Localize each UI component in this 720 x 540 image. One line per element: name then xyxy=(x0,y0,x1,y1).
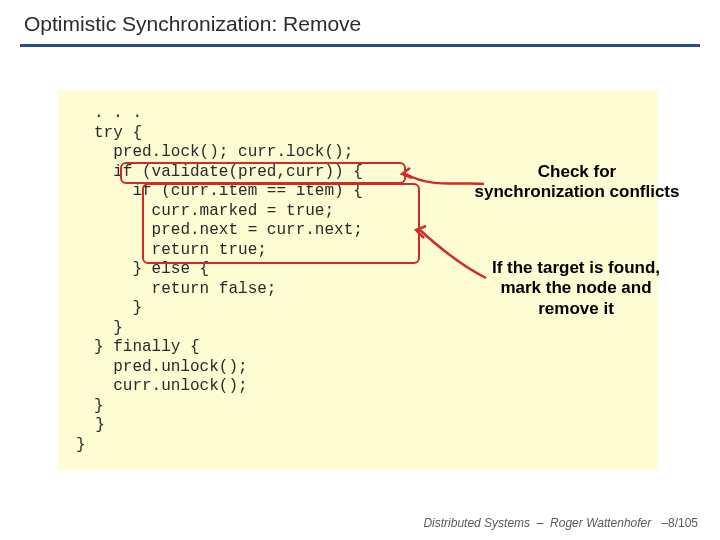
code-line: } xyxy=(76,436,86,454)
code-line: . . . xyxy=(94,104,142,122)
code-line: } finally { xyxy=(94,338,200,356)
annotation-line: If the target is found, xyxy=(492,258,660,277)
annotation-line: Check for xyxy=(538,162,616,181)
annotation-line: remove it xyxy=(538,299,614,318)
highlight-box-body xyxy=(142,183,420,264)
footer-course: Distributed Systems xyxy=(423,516,530,530)
annotation-line: mark the node and xyxy=(500,278,651,297)
code-line: } xyxy=(94,319,123,337)
code-line: } xyxy=(94,397,104,415)
footer-author: Roger Wattenhofer xyxy=(550,516,651,530)
code-line: return false; xyxy=(94,280,276,298)
code-line: } xyxy=(94,299,142,317)
annotation-line: synchronization conflicts xyxy=(475,182,680,201)
code-line: curr.unlock(); xyxy=(94,377,248,395)
code-line: } xyxy=(76,416,105,434)
code-line: pred.lock(); curr.lock(); xyxy=(94,143,353,161)
annotation-found: If the target is found, mark the node an… xyxy=(468,258,684,319)
slide-title: Optimistic Synchronization: Remove xyxy=(24,12,696,36)
footer: Distributed Systems – Roger Wattenhofer … xyxy=(423,516,698,530)
title-divider xyxy=(20,44,700,47)
highlight-box-validate xyxy=(120,162,406,184)
code-line: try { xyxy=(94,124,142,142)
code-line: pred.unlock(); xyxy=(94,358,248,376)
footer-sep: – xyxy=(537,516,544,530)
annotation-check: Check for synchronization conflicts xyxy=(472,162,682,203)
footer-page: –8/105 xyxy=(661,516,698,530)
